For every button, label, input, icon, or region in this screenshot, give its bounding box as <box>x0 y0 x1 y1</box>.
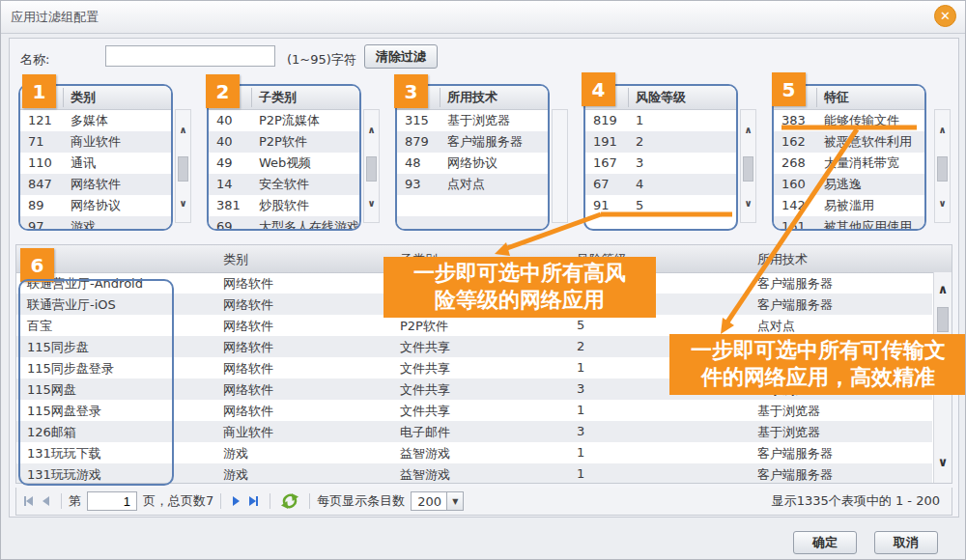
scroll-thumb[interactable] <box>178 156 188 182</box>
scroll-up-icon[interactable]: ∧ <box>934 282 952 296</box>
list-item[interactable]: 121多媒体 <box>20 110 171 131</box>
pagination-bar: 第 页，总页数7 每页显示条目数 200 ▼ 显示1335个表项中的 1 - 2… <box>15 488 952 516</box>
table-row[interactable]: 131玩玩下载游戏益智游戏1客户端服务器 <box>16 442 932 463</box>
list-item[interactable]: 915 <box>585 195 736 216</box>
list-item[interactable]: 93点对点 <box>397 174 548 195</box>
cancel-button[interactable]: 取消 <box>874 531 938 554</box>
list-item[interactable]: 14安全软件 <box>209 174 359 195</box>
technology-scrollbar[interactable] <box>552 109 568 223</box>
list-item[interactable]: 674 <box>585 174 736 195</box>
dialog-titlebar: 应用过滤组配置 <box>1 1 966 34</box>
list-item[interactable]: 1673 <box>585 153 736 174</box>
scroll-down-icon[interactable]: ∨ <box>364 197 379 210</box>
list-item[interactable]: 110通讯 <box>20 153 171 174</box>
scroll-down-icon[interactable]: ∨ <box>935 197 950 210</box>
annotation-badge-1: 1 <box>22 74 56 108</box>
name-label: 名称: <box>20 51 49 69</box>
per-page-label: 每页显示条目数 <box>317 492 405 510</box>
list-item[interactable]: 40P2P流媒体 <box>209 110 359 131</box>
name-length-hint: (1~95)字符 <box>287 51 356 69</box>
table-row[interactable]: 131玩玩游戏游戏益智游戏1客户端服务器 <box>16 463 932 483</box>
list-item[interactable]: 315基于浏览器 <box>397 110 548 131</box>
table-row[interactable]: 126邮箱商业软件电子邮件3基于浏览器 <box>16 421 932 442</box>
scroll-up-icon[interactable]: ∧ <box>364 124 379 137</box>
first-page-icon[interactable] <box>24 496 33 506</box>
list-item[interactable]: 162被恶意软件利用 <box>774 131 924 153</box>
annotation-badge-6: 6 <box>20 248 54 282</box>
list-filler <box>397 195 548 216</box>
scroll-up-icon[interactable]: ∧ <box>176 124 190 137</box>
list-item[interactable]: 142易被滥用 <box>774 195 924 216</box>
per-page-select[interactable]: 200 ▼ <box>411 491 464 511</box>
list-item[interactable]: 381炒股软件 <box>209 195 359 216</box>
scroll-thumb[interactable] <box>937 307 949 332</box>
list-item[interactable]: 847网络软件 <box>20 174 171 195</box>
prev-page-icon[interactable] <box>43 496 49 506</box>
list-item[interactable]: 160易逃逸 <box>774 174 924 195</box>
clear-filter-button[interactable]: 清除过滤 <box>364 44 438 69</box>
table-range-status: 显示1335个表项中的 1 - 200 <box>772 492 940 510</box>
feature-scrollbar[interactable]: ∧ ∨ <box>934 109 951 223</box>
close-icon[interactable]: ✕ <box>934 5 956 27</box>
column-header-category: 类别 <box>223 251 248 268</box>
scroll-up-icon[interactable]: ∧ <box>935 124 950 137</box>
next-page-icon[interactable] <box>233 496 240 506</box>
scroll-thumb[interactable] <box>743 156 753 182</box>
list-item[interactable]: 71商业软件 <box>20 131 171 153</box>
list-item[interactable]: 268大量消耗带宽 <box>774 153 924 174</box>
list-item[interactable]: 49Web视频 <box>209 153 359 174</box>
divider <box>270 493 270 509</box>
divider <box>61 493 62 509</box>
page-prefix: 第 <box>69 492 81 510</box>
page-suffix: 页，总页数7 <box>143 492 213 510</box>
refresh-icon[interactable] <box>281 492 298 510</box>
name-input[interactable] <box>105 45 275 67</box>
subcategory-scrollbar[interactable]: ∧ ∨ <box>363 109 380 223</box>
annotation-badge-5: 5 <box>772 72 806 106</box>
app-filter-group-dialog: 应用过滤组配置 ✕ 名称: (1~95)字符 清除过滤 1 2 3 4 5 类别… <box>0 0 966 560</box>
list-item[interactable]: 97游戏 <box>20 216 171 231</box>
scroll-thumb[interactable] <box>937 156 948 182</box>
column-header-technology: 所用技术 <box>757 251 808 268</box>
per-page-value: 200 <box>411 491 447 511</box>
list-item[interactable]: 879客户端服务器 <box>397 131 548 153</box>
scroll-down-icon[interactable]: ∨ <box>176 197 190 210</box>
risk-level-scrollbar[interactable]: ∧ ∨ <box>740 109 756 223</box>
last-page-icon[interactable] <box>249 496 258 506</box>
list-item[interactable]: 48网络协议 <box>397 153 548 174</box>
list-item[interactable]: 69大型多人在线游戏 <box>209 216 359 231</box>
divider <box>220 493 221 509</box>
list-item[interactable]: 40P2P软件 <box>209 131 359 153</box>
list-item[interactable]: 8191 <box>585 110 736 131</box>
list-filler <box>397 216 548 231</box>
callout-high-risk: 一步即可选中所有高风 险等级的网络应用 <box>384 257 656 318</box>
scroll-down-icon[interactable]: ∨ <box>934 455 952 469</box>
annotation-badge-4: 4 <box>582 72 615 106</box>
table-row[interactable]: 115网盘登录网络软件文件共享1基于浏览器 <box>16 400 932 421</box>
annotation-badge-3: 3 <box>394 74 428 108</box>
list-item[interactable]: 1912 <box>585 131 736 153</box>
annotation-badge-2: 2 <box>206 74 240 108</box>
callout-file-transfer: 一步即可选中所有可传输文 件的网络应用，高效精准 <box>669 334 966 395</box>
page-number-input[interactable] <box>87 491 137 511</box>
divider <box>309 493 310 509</box>
scroll-up-icon[interactable]: ∧ <box>741 124 755 137</box>
list-item[interactable]: 383能够传输文件 <box>774 110 924 131</box>
scroll-thumb[interactable] <box>366 156 377 182</box>
chevron-down-icon[interactable]: ▼ <box>447 491 464 511</box>
ok-button[interactable]: 确定 <box>793 531 857 554</box>
list-item[interactable]: 89网络协议 <box>20 195 171 216</box>
dialog-title: 应用过滤组配置 <box>11 9 99 26</box>
table-row[interactable]: 百宝网络软件P2P软件5点对点 <box>16 315 932 336</box>
scroll-down-icon[interactable]: ∨ <box>741 197 755 210</box>
list-item[interactable]: 161被其他应用使用 <box>774 216 924 231</box>
category-scrollbar[interactable]: ∧ ∨ <box>175 109 191 223</box>
